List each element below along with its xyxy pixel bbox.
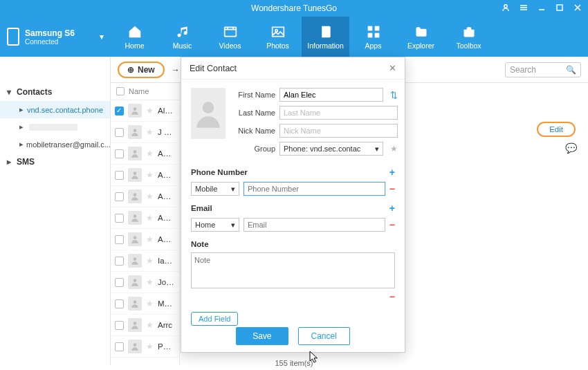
phone-input[interactable]: [244, 182, 385, 196]
maximize-icon[interactable]: [552, 0, 567, 15]
apps-icon: [366, 24, 381, 39]
row-checkbox[interactable]: [115, 149, 124, 158]
row-checkbox[interactable]: [115, 321, 124, 330]
list-item[interactable]: ★ Alan Elec: [111, 100, 179, 122]
tree-account-0[interactable]: ▸vnd.sec.contact.phone: [0, 101, 110, 118]
tree-label: vnd.sec.contact.phone: [27, 106, 103, 114]
user-icon[interactable]: [498, 0, 513, 15]
nav-home[interactable]: Home: [111, 17, 158, 57]
row-checkbox[interactable]: [115, 214, 124, 223]
list-item[interactable]: ★ J n Alan Elec: [111, 122, 179, 143]
folder-icon: [414, 24, 429, 39]
row-checkbox[interactable]: [115, 192, 124, 201]
list-item[interactable]: ★ Mark Arm: [111, 293, 179, 315]
tree-contacts[interactable]: ▾Contacts: [0, 83, 110, 101]
titlebar: Wondershare TunesGo: [0, 0, 588, 17]
new-button[interactable]: ⊕ New: [118, 62, 165, 78]
add-email-icon[interactable]: +: [389, 203, 395, 214]
add-phone-icon[interactable]: +: [389, 167, 395, 178]
nav-apps[interactable]: Apps: [349, 17, 397, 57]
star-icon[interactable]: ★: [146, 213, 154, 223]
group-select[interactable]: Phone: vnd.sec.contac▾: [279, 142, 383, 156]
star-icon[interactable]: ★: [146, 192, 154, 201]
star-icon[interactable]: ★: [146, 106, 154, 115]
remove-note-icon[interactable]: −: [389, 291, 395, 302]
contact-name: Ian Armit: [158, 257, 175, 265]
email-type-select[interactable]: Home▾: [191, 218, 239, 232]
star-icon[interactable]: ★: [146, 149, 154, 158]
search-input[interactable]: Search 🔍: [505, 62, 581, 77]
star-icon[interactable]: ★: [146, 299, 154, 308]
phone-icon: [7, 28, 19, 46]
contact-name: Andy,M: [158, 171, 175, 179]
minimize-icon[interactable]: [534, 0, 549, 15]
list-item[interactable]: ★ Arrc: [111, 315, 179, 336]
phone-type-select[interactable]: Mobile▾: [191, 182, 239, 196]
tree-sms[interactable]: ▸SMS: [0, 153, 110, 171]
contact-name: Mark Arm: [158, 299, 175, 308]
avatar: [128, 168, 142, 182]
chevron-down-icon: ▾: [231, 185, 235, 194]
remove-phone-icon[interactable]: −: [389, 183, 395, 194]
nav-explorer[interactable]: Explorer: [397, 17, 445, 57]
close-icon[interactable]: ✕: [389, 63, 396, 73]
home-icon: [127, 24, 143, 39]
menu-icon[interactable]: [516, 0, 531, 15]
first-name-input[interactable]: [279, 88, 383, 102]
contact-name: Arrc: [158, 321, 175, 329]
row-checkbox[interactable]: [115, 128, 124, 137]
list-header[interactable]: Name: [111, 83, 179, 100]
row-checkbox[interactable]: [115, 171, 124, 180]
group-label: Group: [232, 145, 275, 153]
star-icon[interactable]: ★: [146, 277, 154, 287]
note-input[interactable]: [191, 252, 395, 288]
star-icon[interactable]: ★: [146, 127, 154, 137]
svg-point-17: [134, 279, 137, 282]
row-checkbox[interactable]: [115, 107, 124, 115]
contact-name: Amanda: [158, 149, 175, 158]
chevron-down-icon: ▾: [375, 145, 379, 154]
edit-button[interactable]: Edit: [537, 122, 576, 137]
list-item[interactable]: ★ John Arm: [111, 272, 179, 293]
row-checkbox[interactable]: [115, 257, 124, 266]
star-icon[interactable]: ★: [146, 256, 154, 266]
star-icon[interactable]: ★: [146, 342, 154, 351]
list-item[interactable]: ★ Anthony H: [111, 229, 179, 250]
contacts-icon: [318, 24, 333, 39]
list-item[interactable]: ★ Amanda: [111, 143, 179, 165]
add-field-button[interactable]: Add Field: [191, 312, 238, 326]
avatar: [128, 318, 142, 332]
select-all-checkbox[interactable]: [116, 87, 125, 95]
close-icon[interactable]: [570, 0, 585, 15]
row-checkbox[interactable]: [115, 299, 124, 308]
tree-account-2[interactable]: ▸mobiletranser@gmail.c...: [0, 136, 110, 153]
nav-information[interactable]: Information: [302, 17, 349, 57]
row-checkbox[interactable]: [115, 342, 124, 351]
star-icon[interactable]: ★: [390, 144, 398, 154]
swap-icon[interactable]: ⇅: [390, 90, 398, 100]
tree-account-1[interactable]: ▸: [0, 118, 110, 136]
star-icon[interactable]: ★: [146, 170, 154, 180]
row-checkbox[interactable]: [115, 278, 124, 287]
nav-toolbox[interactable]: Toolbox: [445, 17, 493, 57]
avatar-placeholder[interactable]: [191, 88, 226, 139]
star-icon[interactable]: ★: [146, 234, 154, 244]
star-icon[interactable]: ★: [146, 320, 154, 330]
nick-name-input[interactable]: [279, 124, 398, 138]
nav-videos[interactable]: Videos: [206, 17, 254, 57]
email-input[interactable]: [244, 218, 385, 232]
list-item[interactable]: ★ Andy,M: [111, 165, 179, 186]
remove-email-icon[interactable]: −: [389, 219, 395, 230]
nav-music[interactable]: Music: [158, 17, 206, 57]
list-item[interactable]: ★ Anita: [111, 186, 179, 207]
message-icon[interactable]: 💬: [565, 142, 577, 154]
last-name-input[interactable]: [279, 106, 398, 120]
cancel-button[interactable]: Cancel: [298, 327, 350, 345]
row-checkbox[interactable]: [115, 235, 124, 244]
list-item[interactable]: ★ Answer ph: [111, 207, 179, 229]
save-button[interactable]: Save: [236, 327, 288, 345]
list-item[interactable]: ★ Peter Bar: [111, 336, 179, 358]
nav-photos[interactable]: Photos: [254, 17, 302, 57]
device-selector[interactable]: Samsung S6 Connected ▾: [0, 17, 111, 57]
list-item[interactable]: ★ Ian Armit: [111, 250, 179, 272]
